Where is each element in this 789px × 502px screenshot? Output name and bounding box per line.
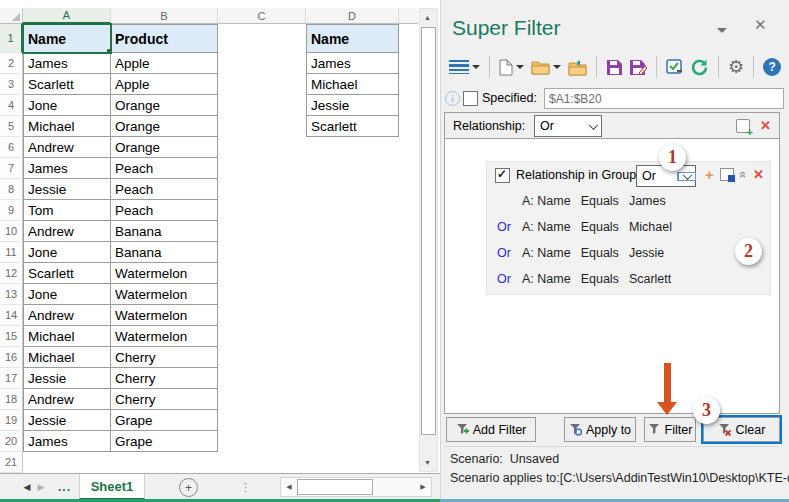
cell-d18[interactable] — [306, 389, 399, 410]
row-header-15[interactable]: 15 — [0, 326, 23, 347]
cell-b13[interactable]: Watermelon — [111, 284, 218, 305]
cell-b11[interactable]: Banana — [111, 242, 218, 263]
cell-a14[interactable]: Andrew — [23, 305, 111, 326]
cell-a3[interactable]: Scarlett — [23, 74, 111, 95]
apply-to-button[interactable]: Apply to — [564, 417, 636, 442]
cell-d15[interactable] — [306, 326, 399, 347]
cell-a10[interactable]: Andrew — [23, 221, 111, 242]
cell-empty[interactable] — [23, 452, 111, 473]
cell-a5[interactable]: Michael — [23, 116, 111, 137]
cell-d16[interactable] — [306, 347, 399, 368]
add-condition-icon[interactable]: + — [705, 168, 714, 182]
cell-c11[interactable] — [218, 242, 306, 263]
row-header-17[interactable]: 17 — [0, 368, 23, 389]
prev-sheet-icon[interactable]: ◀ — [20, 474, 34, 500]
row-header-5[interactable]: 5 — [0, 116, 23, 137]
scroll-up-icon[interactable]: ▲ — [420, 9, 435, 26]
column-header-b[interactable]: B — [111, 8, 218, 24]
cell-d20[interactable] — [306, 431, 399, 452]
relationship-dropdown[interactable]: Or — [534, 115, 602, 137]
cell-c6[interactable] — [218, 137, 306, 158]
cell-c3[interactable] — [218, 74, 306, 95]
cell-b10[interactable]: Banana — [111, 221, 218, 242]
scroll-down-icon[interactable]: ▼ — [420, 454, 435, 471]
cell-b7[interactable]: Peach — [111, 158, 218, 179]
save-scenario-button[interactable] — [606, 59, 622, 75]
column-header-d[interactable]: D — [306, 8, 399, 24]
cell-b12[interactable]: Watermelon — [111, 263, 218, 284]
cell-a18[interactable]: Andrew — [23, 389, 111, 410]
cell-b4[interactable]: Orange — [111, 95, 218, 116]
filter-condition-row[interactable]: OrA: NameEqualsJessie — [487, 240, 770, 266]
cell-c20[interactable] — [218, 431, 306, 452]
cell-c13[interactable] — [218, 284, 306, 305]
cell-d19[interactable] — [306, 410, 399, 431]
row-header-11[interactable]: 11 — [0, 242, 23, 263]
row-header-6[interactable]: 6 — [0, 137, 23, 158]
add-filter-button[interactable]: Add Filter — [446, 417, 536, 442]
horizontal-scrollbar[interactable]: ◀ ▶ — [280, 477, 432, 497]
cell-c12[interactable] — [218, 263, 306, 284]
cell-a15[interactable]: Michael — [23, 326, 111, 347]
cell-c19[interactable] — [218, 410, 306, 431]
cell-d3[interactable]: Michael — [306, 74, 399, 95]
cell-b18[interactable]: Cherry — [111, 389, 218, 410]
cell-b8[interactable]: Peach — [111, 179, 218, 200]
refresh-button[interactable] — [690, 58, 709, 77]
cell-a11[interactable]: Jone — [23, 242, 111, 263]
collapse-group-icon[interactable]: « — [736, 171, 751, 178]
manage-scenario-button[interactable] — [666, 59, 683, 75]
save-scenario-as-button[interactable] — [629, 59, 647, 75]
cell-c8[interactable] — [218, 179, 306, 200]
add-group-icon[interactable] — [736, 119, 750, 133]
tab-sheet1[interactable]: Sheet1 — [79, 474, 145, 500]
cell-d14[interactable] — [306, 305, 399, 326]
cell-a1[interactable]: Name — [23, 24, 111, 53]
cell-b19[interactable]: Grape — [111, 410, 218, 431]
new-scenario-button[interactable] — [499, 59, 524, 76]
cell-a16[interactable]: Michael — [23, 347, 111, 368]
cell-a9[interactable]: Tom — [23, 200, 111, 221]
help-button[interactable]: ? — [763, 58, 781, 76]
row-header-10[interactable]: 10 — [0, 221, 23, 242]
cell-empty[interactable] — [218, 452, 306, 473]
row-header-7[interactable]: 7 — [0, 158, 23, 179]
row-header-13[interactable]: 13 — [0, 284, 23, 305]
cell-b14[interactable]: Watermelon — [111, 305, 218, 326]
sheet-ellipsis[interactable]: ... — [58, 474, 71, 500]
cell-c16[interactable] — [218, 347, 306, 368]
horizontal-scrollbar-thumb[interactable] — [297, 479, 373, 495]
row-header-18[interactable]: 18 — [0, 389, 23, 410]
cell-b17[interactable]: Cherry — [111, 368, 218, 389]
row-header-14[interactable]: 14 — [0, 305, 23, 326]
cell-b9[interactable]: Peach — [111, 200, 218, 221]
vertical-scrollbar[interactable]: ▲ ▼ — [419, 8, 438, 472]
cell-a7[interactable]: James — [23, 158, 111, 179]
open-scenario-button[interactable] — [531, 60, 561, 75]
settings-button[interactable]: ⚙ — [728, 58, 744, 76]
cell-d1[interactable]: Name — [306, 24, 399, 53]
cell-a4[interactable]: Jone — [23, 95, 111, 116]
cell-b6[interactable]: Orange — [111, 137, 218, 158]
scroll-left-icon[interactable]: ◀ — [281, 478, 297, 496]
cell-b1[interactable]: Product — [111, 24, 218, 53]
cell-d2[interactable]: James — [306, 53, 399, 74]
cell-d4[interactable]: Jessie — [306, 95, 399, 116]
row-header-8[interactable]: 8 — [0, 179, 23, 200]
filter-condition-row[interactable]: A: NameEqualsJames — [487, 188, 770, 214]
cell-b16[interactable]: Cherry — [111, 347, 218, 368]
next-sheet-icon[interactable]: ▶ — [34, 474, 48, 500]
cell-c7[interactable] — [218, 158, 306, 179]
cell-c15[interactable] — [218, 326, 306, 347]
cell-a2[interactable]: James — [23, 53, 111, 74]
cell-b20[interactable]: Grape — [111, 431, 218, 452]
filter-button[interactable]: Filter — [644, 417, 696, 442]
delete-group-icon[interactable]: ✕ — [753, 167, 764, 182]
cell-d12[interactable] — [306, 263, 399, 284]
row-header-4[interactable]: 4 — [0, 95, 23, 116]
filter-condition-row[interactable]: OrA: NameEqualsScarlett — [487, 266, 770, 292]
cell-b15[interactable]: Watermelon — [111, 326, 218, 347]
cell-empty[interactable] — [111, 452, 218, 473]
row-header-12[interactable]: 12 — [0, 263, 23, 284]
cell-c2[interactable] — [218, 53, 306, 74]
